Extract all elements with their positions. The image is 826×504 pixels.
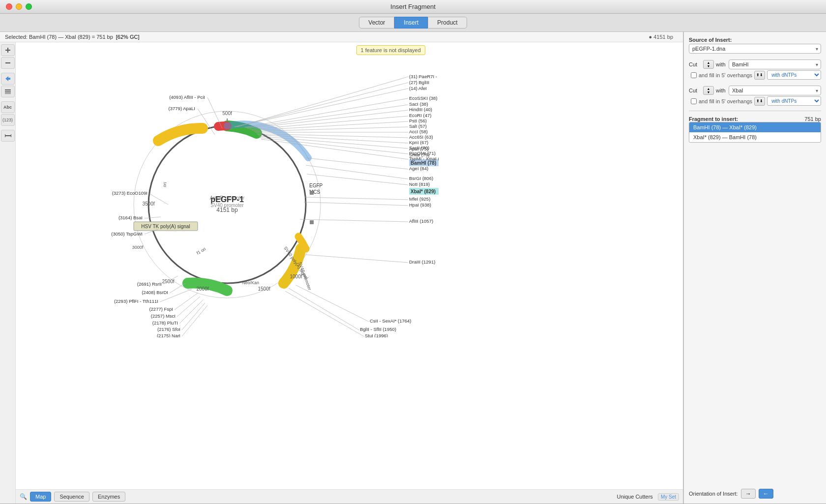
svg-text:PstI  (56): PstI (56)	[409, 118, 427, 123]
svg-text:(2408) BsrDI: (2408) BsrDI	[142, 290, 168, 295]
fill1-label: and fill in 5' overhangs	[699, 72, 752, 78]
fragment-bp: 751 bp	[804, 116, 821, 122]
notification-text: 1 feature is not displayed	[361, 47, 421, 53]
enzyme1-select-wrapper: BamHI	[729, 59, 821, 69]
toolbar-btn-select[interactable]	[1, 86, 15, 97]
tab-bar: Vector Insert Product	[0, 14, 826, 32]
toolbar-btn-number[interactable]: (123)	[1, 114, 15, 126]
toolbar-btn-text[interactable]: Abc	[1, 101, 15, 113]
source-select[interactable]: pEGFP-1.dna	[689, 44, 821, 54]
cut2-stepper[interactable]: ▲▼	[703, 86, 714, 95]
minimize-button[interactable]	[16, 3, 22, 10]
tab-product[interactable]: Product	[428, 17, 467, 29]
orient-reverse-btn[interactable]: ←	[759, 489, 773, 499]
svg-text:(2176) SfoI: (2176) SfoI	[157, 326, 180, 332]
tab-insert[interactable]: Insert	[394, 17, 428, 29]
svg-text:XbaI* (829): XbaI* (829)	[411, 189, 436, 194]
fill1-checkbox[interactable]	[691, 72, 697, 78]
svg-text:pEGFP-1: pEGFP-1	[210, 195, 244, 204]
svg-text:SacI  (38): SacI (38)	[409, 101, 428, 107]
svg-line-84	[260, 138, 408, 154]
circular-map-svg: 500f AmpR promoter	[16, 42, 439, 337]
svg-text:DraIII  (1291): DraIII (1291)	[409, 259, 435, 265]
fragment-item-1[interactable]: XbaI* (829) — BamHI (78)	[689, 132, 821, 142]
svg-text:HSV TK poly(A) signal: HSV TK poly(A) signal	[141, 224, 190, 229]
svg-line-108	[285, 291, 364, 336]
svg-text:(2277) FspI: (2277) FspI	[149, 306, 173, 312]
cut1-label: Cut	[689, 61, 701, 67]
fragment-label: Fragment to insert:	[689, 116, 738, 122]
toolbar-btn-ruler[interactable]	[1, 130, 15, 142]
svg-text:500f: 500f	[222, 111, 232, 116]
svg-rect-5	[5, 91, 11, 92]
svg-text:(3273) EcoO109I: (3273) EcoO109I	[112, 190, 148, 196]
svg-line-53	[182, 303, 205, 330]
svg-text:EcoRI  (47): EcoRI (47)	[409, 113, 431, 118]
fill2-label: and fill in 5' overhangs	[699, 98, 752, 104]
notification-banner: 1 feature is not displayed	[356, 45, 425, 55]
svg-text:StuI  (1996): StuI (1996)	[365, 333, 388, 337]
svg-rect-6	[5, 93, 11, 94]
dntps2-select[interactable]: with dNTPs	[767, 96, 821, 106]
svg-rect-4	[5, 89, 11, 90]
svg-line-66	[246, 105, 408, 128]
unique-cutters-label: Unique Cutters	[617, 494, 653, 500]
orientation-section: Orientation of Insert: → ←	[689, 487, 821, 499]
svg-text:EGFP: EGFP	[309, 183, 323, 188]
svg-text:2000f: 2000f	[196, 286, 208, 292]
maximize-button[interactable]	[26, 3, 32, 10]
close-button[interactable]	[6, 3, 12, 10]
tab-vector[interactable]: Vector	[359, 17, 394, 29]
status-gc: [62% GC]	[116, 34, 140, 40]
fragment-list: BamHI (78) — XbaI* (829) XbaI* (829) — B…	[689, 122, 821, 143]
tab-sequence[interactable]: Sequence	[54, 492, 89, 502]
svg-text:(2293) PflFI - Tth111I: (2293) PflFI - Tth111I	[114, 298, 158, 304]
toolbar-btn-arrow[interactable]	[1, 73, 15, 85]
orient-forward-btn[interactable]: →	[741, 489, 756, 499]
cut2-section: Cut ▲▼ with XbaI and fill in 5' overhang…	[689, 84, 821, 106]
svg-line-60	[236, 83, 408, 127]
svg-line-98	[304, 202, 408, 206]
my-set-badge: My Set	[658, 493, 679, 501]
svg-text:3500f: 3500f	[142, 201, 154, 207]
svg-text:ApaI  (75): ApaI (75)	[409, 146, 428, 151]
my-set-link[interactable]: My Set	[661, 494, 676, 500]
svg-line-68	[247, 110, 408, 128]
svg-text:AflIII  (1057): AflIII (1057)	[409, 218, 433, 224]
svg-text:(2691) RsrII: (2691) RsrII	[137, 281, 162, 287]
fragment-item-0[interactable]: BamHI (78) — XbaI* (829)	[689, 122, 821, 132]
svg-text:SalI  (57): SalI (57)	[409, 123, 427, 129]
fill1-stepper[interactable]: ⬆⬇	[754, 71, 765, 80]
svg-text:SmaI  (76): SmaI (76)	[409, 152, 430, 157]
enzyme1-select[interactable]: BamHI	[729, 59, 821, 69]
tab-map[interactable]: Map	[30, 492, 51, 502]
svg-line-55	[182, 305, 207, 336]
svg-text:4151 bp: 4151 bp	[216, 207, 238, 213]
svg-line-43	[170, 283, 185, 293]
svg-line-106	[289, 288, 359, 330]
cut1-section: Cut ▲▼ with BamHI and fill in 5' overhan…	[689, 58, 821, 80]
cut1-stepper[interactable]: ▲▼	[703, 60, 714, 69]
toolbar-btn-zoom-in[interactable]	[1, 44, 15, 56]
svg-text:HindIII  (40): HindIII (40)	[409, 107, 432, 112]
cut2-row: Cut ▲▼ with XbaI	[689, 86, 821, 95]
svg-line-58	[237, 77, 408, 127]
toolbar-btn-zoom-out[interactable]	[1, 57, 15, 69]
fragment-section: Fragment to insert: 751 bp BamHI (78) — …	[689, 116, 821, 143]
dntps1-select[interactable]: with dNTPs	[767, 70, 821, 80]
search-icon: 🔍	[20, 493, 27, 500]
status-total-bp: ● 4151 bp	[649, 34, 673, 40]
svg-text:ori: ori	[162, 182, 168, 188]
spacer	[689, 147, 821, 483]
svg-text:AccI  (58): AccI (58)	[409, 129, 428, 134]
svg-line-47	[175, 293, 198, 310]
svg-line-100	[300, 219, 408, 222]
orientation-row: Orientation of Insert: → ←	[689, 489, 821, 499]
fill2-stepper[interactable]: ⬆⬇	[754, 97, 765, 106]
tab-enzymes[interactable]: Enzymes	[92, 492, 125, 502]
source-section: Source of Insert: pEGFP-1.dna	[689, 37, 821, 54]
svg-text:(2257) MscI: (2257) MscI	[151, 313, 176, 319]
enzyme2-select[interactable]: XbaI	[729, 86, 821, 95]
svg-line-102	[306, 255, 408, 263]
fill2-checkbox[interactable]	[691, 98, 697, 104]
